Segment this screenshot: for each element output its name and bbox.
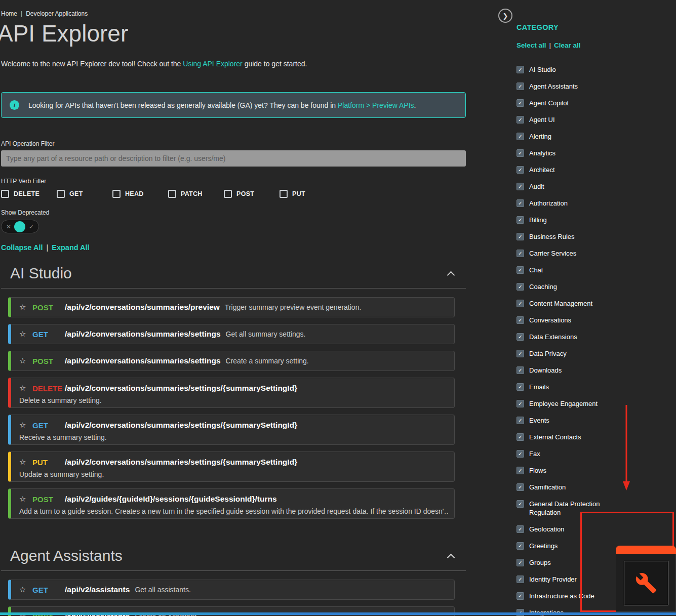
api-operation-card[interactable]: ☆GET/api/v2/conversations/summaries/sett… xyxy=(8,415,455,445)
checkbox-checked-analytics[interactable]: ✓ xyxy=(516,149,524,157)
verb-filter-post[interactable]: POST xyxy=(224,190,272,198)
category-item-geolocation[interactable]: ✓Geolocation xyxy=(516,521,676,538)
checkbox-checked-alerting[interactable]: ✓ xyxy=(516,133,524,140)
checkbox-checked-architect[interactable]: ✓ xyxy=(516,166,524,174)
star-icon[interactable]: ☆ xyxy=(19,384,32,393)
star-icon[interactable]: ☆ xyxy=(19,495,32,504)
category-item-ai-studio[interactable]: ✓AI Studio xyxy=(516,61,676,78)
checkbox-checked-gamification[interactable]: ✓ xyxy=(516,483,524,491)
category-item-alerting[interactable]: ✓Alerting xyxy=(516,128,676,145)
select-all-link[interactable]: Select all xyxy=(516,42,546,49)
category-item-conversations[interactable]: ✓Conversations xyxy=(516,312,676,328)
checkbox-checked-greetings[interactable]: ✓ xyxy=(516,542,524,550)
verb-filter-get[interactable]: GET xyxy=(57,190,105,198)
checkbox-checked-agent-copilot[interactable]: ✓ xyxy=(516,99,524,107)
api-operation-card[interactable]: ☆POST/api/v2/conversations/summaries/set… xyxy=(8,351,455,371)
verb-filter-head[interactable]: HEAD xyxy=(112,190,161,198)
checkbox-head[interactable] xyxy=(112,190,121,198)
clear-all-link[interactable]: Clear all xyxy=(554,42,581,49)
checkbox-put[interactable] xyxy=(280,190,288,198)
checkbox-checked-emails[interactable]: ✓ xyxy=(516,383,524,391)
checkbox-delete[interactable] xyxy=(1,190,9,198)
api-operation-card[interactable]: ☆PUT/api/v2/conversations/summaries/sett… xyxy=(8,451,455,482)
verb-filter-delete[interactable]: DELETE xyxy=(1,190,50,198)
checkbox-checked-data-privacy[interactable]: ✓ xyxy=(516,350,524,357)
api-operation-card[interactable]: ☆GET/api/v2/conversations/summaries/sett… xyxy=(8,324,455,344)
collapse-all-link[interactable]: Collapse All xyxy=(1,243,43,252)
category-item-gamification[interactable]: ✓Gamification xyxy=(516,479,676,496)
category-item-general-data-protection-regulation[interactable]: ✓General Data Protection Regulation xyxy=(516,496,676,521)
checkbox-checked-events[interactable]: ✓ xyxy=(516,417,524,424)
checkbox-checked-audit[interactable]: ✓ xyxy=(516,183,524,190)
checkbox-checked-general-data-protection-regulation[interactable]: ✓ xyxy=(516,500,524,508)
checkbox-checked-authorization[interactable]: ✓ xyxy=(516,199,524,207)
category-item-agent-copilot[interactable]: ✓Agent Copilot xyxy=(516,95,676,111)
checkbox-checked-conversations[interactable]: ✓ xyxy=(516,316,524,324)
using-api-explorer-link[interactable]: Using API Explorer xyxy=(183,60,243,68)
checkbox-checked-geolocation[interactable]: ✓ xyxy=(516,525,524,533)
api-operation-card[interactable]: ☆DELETE/api/v2/conversations/summaries/s… xyxy=(8,378,455,408)
checkbox-checked-infrastructure-as-code[interactable]: ✓ xyxy=(516,592,524,600)
category-item-architect[interactable]: ✓Architect xyxy=(516,161,676,178)
category-item-analytics[interactable]: ✓Analytics xyxy=(516,145,676,161)
checkbox-checked-billing[interactable]: ✓ xyxy=(516,216,524,224)
expand-all-link[interactable]: Expand All xyxy=(52,243,89,252)
star-icon[interactable]: ☆ xyxy=(19,585,32,594)
category-item-employee-engagement[interactable]: ✓Employee Engagement xyxy=(516,395,676,412)
show-deprecated-toggle[interactable]: ✕ ✓ xyxy=(1,220,39,233)
chevron-up-icon[interactable] xyxy=(447,271,455,279)
checkbox-checked-chat[interactable]: ✓ xyxy=(516,266,524,274)
star-icon[interactable]: ☆ xyxy=(19,303,32,312)
checkbox-checked-fax[interactable]: ✓ xyxy=(516,450,524,458)
checkbox-checked-external-contacts[interactable]: ✓ xyxy=(516,433,524,441)
widget-header-bar[interactable] xyxy=(616,546,676,554)
category-item-authorization[interactable]: ✓Authorization xyxy=(516,195,676,212)
bottom-scrollbar[interactable] xyxy=(0,612,676,615)
api-operation-card[interactable]: ☆GET/api/v2/assistantsGet all assistants… xyxy=(8,580,455,600)
checkbox-patch[interactable] xyxy=(168,190,176,198)
category-item-downloads[interactable]: ✓Downloads xyxy=(516,362,676,379)
breadcrumb-current[interactable]: Developer Applications xyxy=(26,10,88,17)
star-icon[interactable]: ☆ xyxy=(19,421,32,430)
checkbox-checked-flows[interactable]: ✓ xyxy=(516,467,524,474)
api-operation-card[interactable]: ☆POST/api/v2/guides/{guideId}/sessions/{… xyxy=(8,488,455,519)
category-item-chat[interactable]: ✓Chat xyxy=(516,262,676,278)
breadcrumb-home[interactable]: Home xyxy=(1,10,17,17)
checkbox-checked-downloads[interactable]: ✓ xyxy=(516,366,524,374)
star-icon[interactable]: ☆ xyxy=(19,330,32,339)
checkbox-checked-groups[interactable]: ✓ xyxy=(516,559,524,566)
checkbox-get[interactable] xyxy=(57,190,65,198)
category-item-carrier-services[interactable]: ✓Carrier Services xyxy=(516,245,676,262)
verb-filter-put[interactable]: PUT xyxy=(280,190,328,198)
category-item-agent-assistants[interactable]: ✓Agent Assistants xyxy=(516,78,676,95)
category-item-billing[interactable]: ✓Billing xyxy=(516,212,676,228)
checkbox-checked-coaching[interactable]: ✓ xyxy=(516,283,524,291)
checkbox-checked-employee-engagement[interactable]: ✓ xyxy=(516,400,524,407)
checkbox-checked-data-extensions[interactable]: ✓ xyxy=(516,333,524,341)
toggle-knob[interactable] xyxy=(14,221,25,232)
sidebar-collapse-button[interactable]: ❯ xyxy=(498,9,512,23)
verb-filter-patch[interactable]: PATCH xyxy=(168,190,217,198)
star-icon[interactable]: ☆ xyxy=(19,356,32,365)
star-icon[interactable]: ☆ xyxy=(19,458,32,467)
section-header-ai-studio[interactable]: AI Studio xyxy=(1,252,466,289)
checkbox-checked-business-rules[interactable]: ✓ xyxy=(516,233,524,240)
operation-filter-input[interactable] xyxy=(1,150,466,167)
category-item-events[interactable]: ✓Events xyxy=(516,412,676,429)
category-item-flows[interactable]: ✓Flows xyxy=(516,462,676,479)
checkbox-checked-identity-provider[interactable]: ✓ xyxy=(516,576,524,583)
category-item-fax[interactable]: ✓Fax xyxy=(516,445,676,462)
chevron-up-icon[interactable] xyxy=(447,553,455,561)
checkbox-checked-agent-ui[interactable]: ✓ xyxy=(516,116,524,124)
wrench-tool-button[interactable] xyxy=(624,561,668,605)
category-item-audit[interactable]: ✓Audit xyxy=(516,178,676,195)
checkbox-post[interactable] xyxy=(224,190,232,198)
api-operation-card[interactable]: ☆POST/api/v2/conversations/summaries/pre… xyxy=(8,297,455,317)
checkbox-checked-content-management[interactable]: ✓ xyxy=(516,300,524,307)
preview-apis-link[interactable]: Platform > Preview APIs xyxy=(338,101,414,109)
checkbox-checked-ai-studio[interactable]: ✓ xyxy=(516,66,524,73)
category-item-data-privacy[interactable]: ✓Data Privacy xyxy=(516,345,676,362)
category-item-emails[interactable]: ✓Emails xyxy=(516,379,676,395)
checkbox-checked-carrier-services[interactable]: ✓ xyxy=(516,250,524,257)
section-header-agent-assistants[interactable]: Agent Assistants xyxy=(1,534,466,571)
